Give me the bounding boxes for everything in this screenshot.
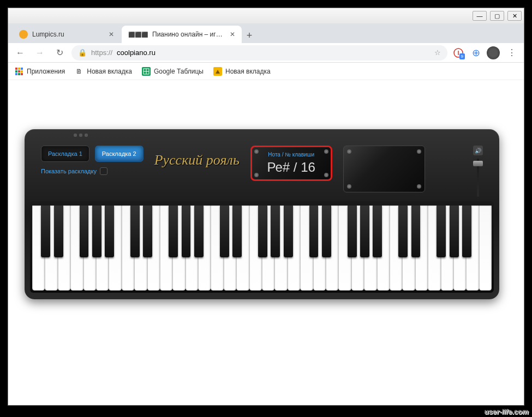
bookmark-label: Приложения (27, 68, 65, 75)
url-domain: coolpiano.ru (117, 49, 156, 57)
black-key[interactable] (398, 206, 408, 257)
slider-track[interactable] (477, 159, 479, 197)
black-key[interactable] (373, 206, 382, 257)
black-key[interactable] (182, 206, 191, 257)
screw-icon (254, 173, 259, 177)
profile-avatar[interactable] (487, 46, 500, 59)
piano-brand: Русский рояль (154, 152, 240, 168)
display-value: Ре# / 16 (260, 160, 323, 175)
apps-bookmark[interactable]: Приложения (15, 67, 65, 76)
volume-slider[interactable]: 🔊 (473, 146, 483, 197)
display-label: Нота / № клавиши (260, 152, 323, 158)
favicon-icon (19, 30, 28, 39)
svg-rect-5 (18, 70, 20, 72)
layout2-button[interactable]: Раскладка 2 (95, 146, 144, 162)
svg-rect-6 (21, 70, 23, 72)
black-key[interactable] (258, 206, 267, 257)
page-content: Раскладка 1 Раскладка 2 Показать расклад… (8, 80, 524, 404)
maximize-button[interactable]: ▢ (490, 11, 504, 21)
extension-badge: 9 (459, 53, 465, 59)
bookmark-item[interactable]: 🗎 Новая вкладка (75, 67, 132, 76)
black-key[interactable] (360, 206, 369, 257)
close-tab-icon[interactable]: ✕ (229, 31, 235, 38)
browser-tab[interactable]: Lumpics.ru ✕ (13, 26, 122, 43)
screw-icon (417, 149, 421, 154)
piano-control-panel: Раскладка 1 Раскладка 2 Показать расклад… (30, 140, 494, 201)
extension-icon[interactable]: 9 (452, 46, 465, 59)
svg-rect-9 (21, 73, 23, 75)
apps-icon (15, 67, 23, 76)
back-button[interactable]: ← (13, 45, 28, 61)
forward-button[interactable]: → (32, 45, 47, 61)
screw-icon (347, 149, 351, 154)
page-icon: 🗎 (75, 67, 83, 76)
close-tab-icon[interactable]: ✕ (107, 31, 115, 38)
black-key[interactable] (130, 206, 140, 257)
window-titlebar: — ▢ ✕ (8, 8, 524, 23)
favicon-icon: ⬛⬛⬛ (128, 32, 148, 38)
browser-window: — ▢ ✕ Lumpics.ru ✕ ⬛⬛⬛ Пианино онлайн – … (8, 8, 524, 406)
tab-title: Пианино онлайн – играть на кл (152, 31, 225, 38)
bookmark-item[interactable]: Google Таблицы (142, 67, 204, 76)
bookmarks-bar: Приложения 🗎 Новая вкладка Google Таблиц… (8, 63, 524, 80)
black-key[interactable] (169, 206, 178, 257)
show-layout-toggle[interactable]: Показать раскладку (41, 167, 144, 175)
black-key[interactable] (41, 206, 50, 257)
black-key[interactable] (194, 206, 204, 257)
black-key[interactable] (143, 206, 152, 257)
svg-rect-4 (15, 70, 17, 72)
tab-title: Lumpics.ru (32, 31, 64, 38)
browser-toolbar: ← → ↻ 🔒 https://coolpiano.ru ☆ 9 ⊕ ⋮ (8, 43, 524, 63)
black-key[interactable] (411, 206, 421, 257)
black-key[interactable] (437, 206, 446, 257)
show-layout-label: Показать раскладку (41, 168, 97, 174)
black-key[interactable] (220, 206, 229, 257)
watermark: user-life.com (485, 408, 529, 416)
black-key[interactable] (271, 206, 280, 257)
layout1-button[interactable]: Раскладка 1 (41, 146, 89, 162)
svg-rect-3 (21, 68, 23, 70)
white-key[interactable] (479, 206, 492, 291)
new-tab-button[interactable]: + (242, 28, 257, 43)
screw-icon (254, 149, 259, 154)
black-key[interactable] (232, 206, 242, 257)
tabs-bar: Lumpics.ru ✕ ⬛⬛⬛ Пианино онлайн – играть… (8, 23, 524, 43)
black-key[interactable] (462, 206, 471, 257)
black-key[interactable] (105, 206, 114, 257)
black-key[interactable] (54, 206, 63, 257)
lock-icon: 🔒 (78, 49, 87, 57)
piano-screen (343, 146, 425, 192)
svg-rect-2 (18, 68, 20, 70)
menu-button[interactable]: ⋮ (504, 45, 519, 61)
piano-widget: Раскладка 1 Раскладка 2 Показать расклад… (25, 129, 499, 299)
screw-icon (417, 184, 421, 189)
minimize-button[interactable]: — (473, 11, 487, 21)
screw-icon (324, 173, 328, 177)
black-key[interactable] (92, 206, 101, 257)
bookmark-label: Новая вкладка (225, 68, 271, 75)
black-key[interactable] (450, 206, 459, 257)
globe-icon[interactable]: ⊕ (469, 46, 482, 59)
slider-thumb[interactable] (473, 161, 483, 166)
bookmark-label: Google Таблицы (154, 68, 204, 75)
address-bar[interactable]: 🔒 https://coolpiano.ru ☆ (71, 45, 447, 61)
black-key[interactable] (284, 206, 293, 257)
sheets-icon (142, 67, 151, 76)
black-key[interactable] (80, 206, 89, 257)
black-key[interactable] (348, 206, 357, 257)
browser-tab-active[interactable]: ⬛⬛⬛ Пианино онлайн – играть на кл ✕ (122, 26, 242, 43)
bookmark-item[interactable]: Новая вкладка (213, 67, 271, 76)
svg-rect-1 (15, 68, 17, 70)
speaker-icon: 🔊 (473, 146, 483, 155)
screw-icon (324, 149, 328, 154)
black-key[interactable] (322, 206, 331, 257)
black-key[interactable] (309, 206, 319, 257)
screw-icon (347, 184, 351, 189)
checkbox-icon[interactable] (100, 167, 107, 175)
star-icon[interactable]: ☆ (434, 49, 441, 57)
close-button[interactable]: ✕ (507, 11, 522, 21)
page-icon (213, 67, 222, 76)
url-prefix: https:// (91, 49, 112, 57)
reload-button[interactable]: ↻ (52, 45, 67, 61)
svg-rect-8 (18, 73, 20, 75)
